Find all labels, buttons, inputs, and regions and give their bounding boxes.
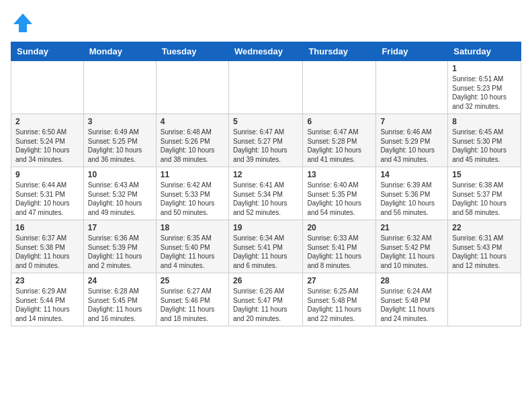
calendar-cell: 8Sunrise: 6:45 AM Sunset: 5:30 PM Daylig… [448, 114, 521, 167]
day-number: 12 [233, 170, 298, 179]
calendar-table: SundayMondayTuesdayWednesdayThursdayFrid… [11, 42, 521, 326]
day-info: Sunrise: 6:40 AM Sunset: 5:35 PM Dayligh… [307, 181, 361, 216]
day-number: 5 [233, 117, 298, 126]
day-info: Sunrise: 6:47 AM Sunset: 5:27 PM Dayligh… [233, 128, 287, 163]
day-number: 19 [233, 223, 298, 232]
day-info: Sunrise: 6:26 AM Sunset: 5:47 PM Dayligh… [233, 287, 287, 322]
day-info: Sunrise: 6:44 AM Sunset: 5:31 PM Dayligh… [15, 181, 70, 216]
svg-marker-1 [13, 13, 32, 32]
day-number: 11 [161, 170, 224, 179]
calendar-cell: 24Sunrise: 6:28 AM Sunset: 5:45 PM Dayli… [83, 273, 156, 326]
calendar-week-row: 2Sunrise: 6:50 AM Sunset: 5:24 PM Daylig… [11, 114, 521, 167]
day-number: 16 [15, 223, 79, 232]
column-header-saturday: Saturday [448, 42, 521, 61]
day-number: 28 [380, 276, 443, 285]
calendar-cell: 9Sunrise: 6:44 AM Sunset: 5:31 PM Daylig… [11, 167, 84, 220]
day-number: 21 [380, 223, 443, 232]
day-info: Sunrise: 6:46 AM Sunset: 5:29 PM Dayligh… [380, 128, 435, 163]
day-info: Sunrise: 6:27 AM Sunset: 5:46 PM Dayligh… [161, 287, 215, 322]
calendar-cell [11, 61, 84, 114]
day-info: Sunrise: 6:35 AM Sunset: 5:40 PM Dayligh… [161, 234, 215, 269]
day-info: Sunrise: 6:38 AM Sunset: 5:37 PM Dayligh… [452, 181, 506, 216]
column-header-sunday: Sunday [11, 42, 84, 61]
calendar-cell: 17Sunrise: 6:36 AM Sunset: 5:39 PM Dayli… [83, 220, 156, 273]
day-number: 8 [452, 117, 517, 126]
calendar-cell [228, 61, 302, 114]
column-header-thursday: Thursday [303, 42, 376, 61]
day-number: 14 [380, 170, 443, 179]
calendar-cell: 21Sunrise: 6:32 AM Sunset: 5:42 PM Dayli… [376, 220, 448, 273]
day-info: Sunrise: 6:28 AM Sunset: 5:45 PM Dayligh… [88, 287, 142, 322]
calendar-cell: 5Sunrise: 6:47 AM Sunset: 5:27 PM Daylig… [228, 114, 302, 167]
day-info: Sunrise: 6:45 AM Sunset: 5:30 PM Dayligh… [452, 128, 506, 163]
column-header-wednesday: Wednesday [228, 42, 302, 61]
day-number: 13 [307, 170, 371, 179]
calendar-cell: 19Sunrise: 6:34 AM Sunset: 5:41 PM Dayli… [228, 220, 302, 273]
day-number: 1 [452, 64, 517, 73]
day-number: 20 [307, 223, 371, 232]
day-number: 26 [233, 276, 298, 285]
day-number: 15 [452, 170, 517, 179]
day-info: Sunrise: 6:36 AM Sunset: 5:39 PM Dayligh… [88, 234, 142, 269]
calendar-cell: 4Sunrise: 6:48 AM Sunset: 5:26 PM Daylig… [156, 114, 228, 167]
calendar-cell: 3Sunrise: 6:49 AM Sunset: 5:25 PM Daylig… [83, 114, 156, 167]
day-number: 23 [15, 276, 79, 285]
day-info: Sunrise: 6:42 AM Sunset: 5:33 PM Dayligh… [161, 181, 215, 216]
calendar-cell: 7Sunrise: 6:46 AM Sunset: 5:29 PM Daylig… [376, 114, 448, 167]
day-number: 10 [88, 170, 152, 179]
calendar-cell: 11Sunrise: 6:42 AM Sunset: 5:33 PM Dayli… [156, 167, 228, 220]
day-info: Sunrise: 6:37 AM Sunset: 5:38 PM Dayligh… [15, 234, 70, 269]
day-number: 9 [15, 170, 79, 179]
day-info: Sunrise: 6:34 AM Sunset: 5:41 PM Dayligh… [233, 234, 287, 269]
day-number: 4 [161, 117, 224, 126]
calendar-cell [83, 61, 156, 114]
day-number: 18 [161, 223, 224, 232]
day-info: Sunrise: 6:48 AM Sunset: 5:26 PM Dayligh… [161, 128, 215, 163]
day-number: 22 [452, 223, 517, 232]
calendar-cell [376, 61, 448, 114]
day-info: Sunrise: 6:39 AM Sunset: 5:36 PM Dayligh… [380, 181, 435, 216]
logo [11, 11, 35, 35]
day-info: Sunrise: 6:41 AM Sunset: 5:34 PM Dayligh… [233, 181, 287, 216]
column-header-friday: Friday [376, 42, 448, 61]
day-number: 7 [380, 117, 443, 126]
day-info: Sunrise: 6:49 AM Sunset: 5:25 PM Dayligh… [88, 128, 142, 163]
calendar-cell: 26Sunrise: 6:26 AM Sunset: 5:47 PM Dayli… [228, 273, 302, 326]
calendar-cell: 14Sunrise: 6:39 AM Sunset: 5:36 PM Dayli… [376, 167, 448, 220]
calendar-cell [448, 273, 521, 326]
day-info: Sunrise: 6:32 AM Sunset: 5:42 PM Dayligh… [380, 234, 435, 269]
calendar-cell: 27Sunrise: 6:25 AM Sunset: 5:48 PM Dayli… [303, 273, 376, 326]
day-info: Sunrise: 6:25 AM Sunset: 5:48 PM Dayligh… [307, 287, 361, 322]
calendar-cell: 2Sunrise: 6:50 AM Sunset: 5:24 PM Daylig… [11, 114, 84, 167]
calendar-cell: 13Sunrise: 6:40 AM Sunset: 5:35 PM Dayli… [303, 167, 376, 220]
day-info: Sunrise: 6:29 AM Sunset: 5:44 PM Dayligh… [15, 287, 70, 322]
calendar-week-row: 1Sunrise: 6:51 AM Sunset: 5:23 PM Daylig… [11, 61, 521, 114]
calendar-week-row: 9Sunrise: 6:44 AM Sunset: 5:31 PM Daylig… [11, 167, 521, 220]
calendar-cell [156, 61, 228, 114]
calendar-cell: 23Sunrise: 6:29 AM Sunset: 5:44 PM Dayli… [11, 273, 84, 326]
calendar-cell: 1Sunrise: 6:51 AM Sunset: 5:23 PM Daylig… [448, 61, 521, 114]
day-info: Sunrise: 6:47 AM Sunset: 5:28 PM Dayligh… [307, 128, 361, 163]
calendar-cell: 20Sunrise: 6:33 AM Sunset: 5:41 PM Dayli… [303, 220, 376, 273]
day-info: Sunrise: 6:51 AM Sunset: 5:23 PM Dayligh… [452, 75, 506, 110]
day-number: 24 [88, 276, 152, 285]
calendar-cell: 6Sunrise: 6:47 AM Sunset: 5:28 PM Daylig… [303, 114, 376, 167]
calendar-header-row: SundayMondayTuesdayWednesdayThursdayFrid… [11, 42, 521, 61]
day-number: 17 [88, 223, 152, 232]
day-info: Sunrise: 6:50 AM Sunset: 5:24 PM Dayligh… [15, 128, 70, 163]
calendar-cell: 28Sunrise: 6:24 AM Sunset: 5:48 PM Dayli… [376, 273, 448, 326]
day-info: Sunrise: 6:31 AM Sunset: 5:43 PM Dayligh… [452, 234, 506, 269]
day-number: 3 [88, 117, 152, 126]
day-number: 27 [307, 276, 371, 285]
calendar-cell: 12Sunrise: 6:41 AM Sunset: 5:34 PM Dayli… [228, 167, 302, 220]
day-info: Sunrise: 6:43 AM Sunset: 5:32 PM Dayligh… [88, 181, 142, 216]
calendar-cell: 22Sunrise: 6:31 AM Sunset: 5:43 PM Dayli… [448, 220, 521, 273]
day-number: 6 [307, 117, 371, 126]
page-header [11, 11, 521, 35]
day-info: Sunrise: 6:33 AM Sunset: 5:41 PM Dayligh… [307, 234, 361, 269]
calendar-week-row: 16Sunrise: 6:37 AM Sunset: 5:38 PM Dayli… [11, 220, 521, 273]
column-header-tuesday: Tuesday [156, 42, 228, 61]
day-info: Sunrise: 6:24 AM Sunset: 5:48 PM Dayligh… [380, 287, 435, 322]
calendar-cell: 25Sunrise: 6:27 AM Sunset: 5:46 PM Dayli… [156, 273, 228, 326]
day-number: 2 [15, 117, 79, 126]
